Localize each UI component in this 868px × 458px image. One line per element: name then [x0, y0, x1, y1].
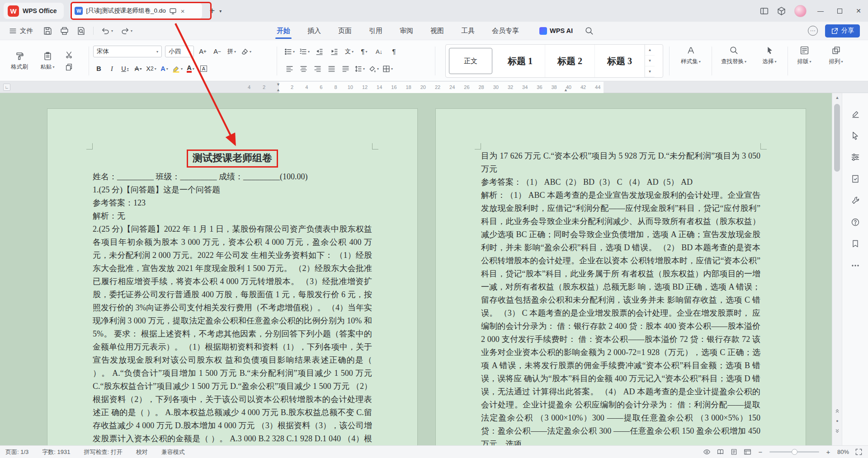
line-spacing-button[interactable]: ▾ — [354, 63, 365, 75]
page-1[interactable]: 测试授课老师组卷 姓名：_________ 班级：_________ 成绩：__… — [47, 108, 418, 445]
show-marks-button[interactable]: ¶ — [388, 46, 400, 57]
previous-page-button[interactable] — [832, 407, 842, 416]
tools-wrench-icon[interactable] — [851, 196, 860, 205]
font-name-select[interactable]: 宋体▾ — [93, 46, 162, 57]
app-logo[interactable]: W WPS Office — [4, 3, 64, 19]
save-icon[interactable] — [43, 26, 52, 36]
word-count[interactable]: 字数: 1931 — [42, 448, 70, 456]
tab-review[interactable]: 审阅 — [391, 22, 422, 40]
style-heading2[interactable]: 标题 2 — [545, 45, 595, 77]
format-painter-button[interactable]: 格式刷 — [6, 51, 33, 71]
help-icon[interactable] — [851, 218, 860, 227]
minimize-button[interactable]: — — [811, 0, 830, 22]
paste-button[interactable]: 粘贴▾ — [34, 51, 61, 71]
style-normal[interactable]: 正文 — [449, 48, 492, 74]
align-justify-button[interactable] — [326, 63, 337, 75]
print-icon[interactable] — [60, 26, 69, 36]
clear-format-button[interactable]: ▾ — [241, 46, 252, 57]
font-color-button[interactable]: A▾ — [185, 63, 196, 75]
document-tab[interactable]: W [只读]测试授课老师组卷_0.do × — [70, 3, 202, 19]
tab-view[interactable]: 视图 — [422, 22, 453, 40]
font-size-select[interactable]: 小四▾ — [165, 46, 194, 57]
decrease-font-button[interactable]: A− — [212, 46, 223, 57]
bookmark-flag-icon[interactable] — [851, 239, 860, 248]
tab-page[interactable]: 页面 — [330, 22, 360, 40]
page-indicator[interactable]: 页面: 1/3 — [5, 448, 28, 456]
align-right-button[interactable] — [312, 63, 323, 75]
shading-button[interactable]: ▾ — [368, 63, 379, 75]
first-line-indent-marker[interactable]: ▼ — [276, 82, 280, 87]
underline-button[interactable]: U▾ — [119, 63, 131, 75]
zoom-level[interactable]: 80% — [837, 449, 849, 455]
redo-dropdown-icon[interactable]: ▾ — [131, 29, 132, 33]
strikethrough-button[interactable]: A▾ — [132, 63, 144, 75]
styles-scroll-down-icon[interactable]: ▼ — [645, 56, 655, 66]
tab-reference[interactable]: 引用 — [360, 22, 391, 40]
text-direction-button[interactable]: 文▾ — [344, 46, 355, 57]
align-left-button[interactable] — [284, 63, 295, 75]
app-center-button[interactable] — [773, 6, 790, 16]
web-layout-icon[interactable] — [744, 448, 751, 456]
compatibility-mode[interactable]: 兼容模式 — [161, 448, 185, 456]
decrease-indent-button[interactable] — [314, 46, 325, 57]
find-replace-button[interactable]: 查找替换▾ — [714, 46, 753, 65]
eye-protection-icon[interactable] — [703, 448, 711, 456]
ruler[interactable]: ∟ 42246810121416182022242628303234363840… — [0, 82, 868, 93]
tab-stop-selector[interactable]: ∟ — [3, 84, 10, 91]
spellcheck-status[interactable]: 拼写检查: 打开 — [84, 448, 122, 456]
character-border-button[interactable]: A — [198, 63, 209, 75]
hanging-indent-marker[interactable]: ▲ — [276, 88, 280, 92]
select-browse-object-button[interactable]: ● — [832, 416, 842, 425]
scroll-up-icon[interactable]: ▲ — [832, 93, 842, 102]
zoom-out-button[interactable]: − — [757, 448, 764, 456]
adjust-sliders-icon[interactable] — [851, 153, 860, 162]
select-button[interactable]: 选择▾ — [756, 46, 783, 65]
close-button[interactable]: ✕ — [849, 0, 868, 22]
paragraph-layout-button[interactable]: ¶▾ — [359, 46, 370, 57]
borders-button[interactable]: ▾ — [382, 63, 393, 75]
bullet-list-button[interactable]: ▾ — [284, 46, 295, 57]
tab-tools[interactable]: 工具 — [453, 22, 483, 40]
zoom-in-button[interactable]: + — [825, 448, 831, 456]
page-view-icon[interactable] — [730, 448, 738, 456]
sort-button[interactable]: A↓ — [373, 46, 385, 57]
document-canvas[interactable]: 测试授课老师组卷 姓名：_________ 班级：_________ 成绩：__… — [0, 93, 832, 445]
superscript-button[interactable]: X2▾ — [146, 63, 157, 75]
next-page-button[interactable] — [832, 426, 842, 435]
undo-button[interactable]: ▾ — [101, 26, 113, 36]
edit-pen-icon[interactable] — [851, 109, 860, 118]
search-button[interactable] — [585, 26, 594, 36]
tab-insert[interactable]: 插入 — [299, 22, 330, 40]
italic-button[interactable]: I — [106, 63, 118, 75]
fullscreen-icon[interactable] — [855, 448, 863, 456]
increase-indent-button[interactable] — [329, 46, 340, 57]
align-center-button[interactable] — [298, 63, 309, 75]
share-button[interactable]: 分享 — [825, 24, 860, 37]
print-preview-icon[interactable] — [76, 26, 86, 36]
new-tab-button[interactable]: + — [209, 6, 215, 16]
page-2[interactable]: 目为 17 626 万元 C.“资本公积”项目为 5 928 万元 D.“未分配… — [435, 108, 806, 445]
paste-dropdown-icon[interactable]: ▾ — [52, 65, 54, 69]
styles-scroll-up-icon[interactable]: ▲ — [645, 45, 655, 56]
style-heading1[interactable]: 标题 1 — [495, 45, 545, 77]
phonetic-guide-button[interactable]: 拼▾ — [226, 46, 237, 57]
workspace-layout-button[interactable] — [755, 6, 773, 16]
numbered-list-button[interactable]: ▾ — [299, 46, 310, 57]
avatar[interactable] — [794, 5, 807, 17]
tab-home[interactable]: 开始 — [268, 22, 299, 40]
tab-member[interactable]: 会员专享 — [483, 22, 528, 40]
more-options-icon[interactable]: ⋯ — [808, 26, 818, 36]
redo-button[interactable]: ▾ — [120, 26, 132, 36]
typeset-button[interactable]: 排版▾ — [790, 46, 818, 65]
zoom-slider-thumb[interactable] — [792, 449, 797, 455]
right-indent-marker[interactable]: ▲ — [564, 88, 568, 92]
zoom-slider[interactable] — [769, 451, 819, 453]
arrange-button[interactable]: 排列▾ — [822, 46, 850, 65]
scrollbar-thumb[interactable] — [834, 104, 840, 172]
text-effects-button[interactable]: A▾ — [159, 63, 170, 75]
style-set-button[interactable]: 样式集▾ — [674, 46, 708, 65]
read-mode-icon[interactable] — [717, 448, 724, 456]
styles-more-icon[interactable]: ▼ — [645, 66, 655, 77]
more-tools-icon[interactable] — [851, 261, 860, 270]
cut-icon[interactable] — [65, 51, 73, 59]
